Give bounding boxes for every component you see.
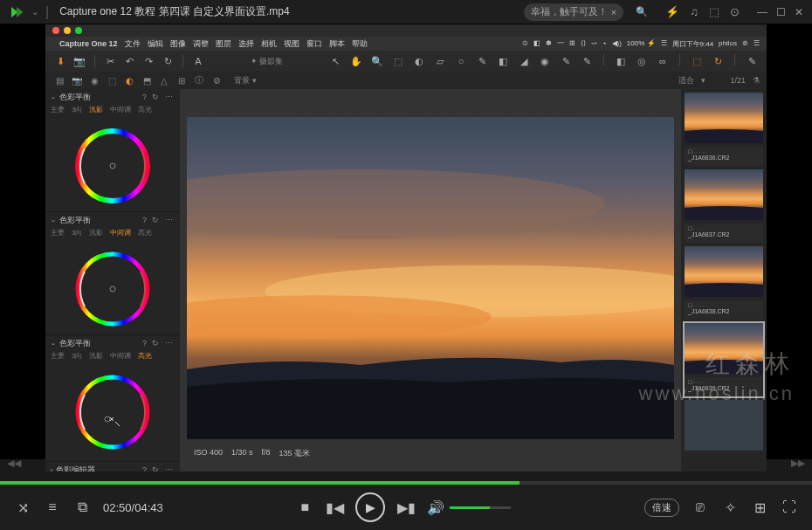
- export-icon[interactable]: ⬚: [689, 53, 705, 69]
- focus-icon[interactable]: ◎: [634, 53, 650, 69]
- hand-icon[interactable]: ✋: [348, 53, 364, 69]
- exposure-icon[interactable]: ◧: [613, 53, 629, 69]
- prev-icon[interactable]: ▮◀: [326, 499, 343, 516]
- sub-tab[interactable]: 3向: [72, 228, 82, 240]
- menu-item[interactable]: 帮助: [352, 38, 368, 50]
- dropdown-icon[interactable]: ⌄: [31, 7, 38, 17]
- redo-icon[interactable]: ↷: [141, 53, 156, 69]
- box-icon[interactable]: ⬚: [709, 5, 719, 18]
- menu-item[interactable]: 脚本: [329, 38, 345, 50]
- status-icon[interactable]: ☰: [754, 39, 760, 49]
- stop-icon[interactable]: ■: [296, 499, 313, 515]
- capture-tab-icon[interactable]: 📷: [70, 73, 84, 87]
- wb-icon[interactable]: ✎: [579, 53, 595, 69]
- volume-icon[interactable]: ◀)): [612, 39, 622, 49]
- user[interactable]: philos: [719, 39, 737, 49]
- sub-tab[interactable]: 高光: [138, 228, 152, 240]
- thumbnail[interactable]: ☐ · · · · ·_J1A6837.CR2: [685, 169, 763, 243]
- wifi-icon[interactable]: ⤻: [591, 39, 597, 49]
- maximize-icon[interactable]: ☐: [776, 6, 786, 18]
- sub-tab[interactable]: 3向: [72, 351, 82, 363]
- sub-tab[interactable]: 中间调: [110, 105, 131, 117]
- color-tab-icon[interactable]: ◐: [122, 73, 136, 87]
- sub-tab[interactable]: 中间调: [110, 228, 131, 240]
- sub-tab[interactable]: 主要: [51, 228, 65, 240]
- shuffle-icon[interactable]: ⤨: [14, 499, 31, 516]
- exposure-tab-icon[interactable]: ⬒: [140, 73, 154, 87]
- traffic-close[interactable]: [52, 27, 59, 34]
- status-icon[interactable]: ⊙: [522, 39, 528, 49]
- panel-tools[interactable]: ? ↻ ⋯: [142, 465, 175, 471]
- edit-icon[interactable]: ✎: [744, 53, 760, 69]
- playlist-icon[interactable]: ≡: [44, 499, 61, 515]
- battery-icon[interactable]: 100% ⚡: [627, 39, 656, 49]
- sub-tab[interactable]: 浅影: [89, 228, 103, 240]
- next-icon[interactable]: ▶▮: [397, 499, 415, 516]
- volume-icon[interactable]: 🔊: [427, 499, 444, 516]
- library-tab-icon[interactable]: ▤: [52, 73, 66, 87]
- output-tab-icon[interactable]: ⚙: [210, 73, 224, 87]
- lens-tab-icon[interactable]: ◉: [87, 73, 101, 87]
- thumbnail[interactable]: ☐ · · · · ·_J1A6838.CR2: [685, 246, 763, 320]
- picker-icon[interactable]: ✎: [558, 53, 574, 69]
- clock[interactable]: 周日下午9:44: [672, 39, 714, 49]
- fit-dropdown-icon[interactable]: ▾: [701, 76, 705, 85]
- sub-tab[interactable]: 浅影: [89, 351, 103, 363]
- menu-item[interactable]: 文件: [125, 38, 141, 50]
- headphones-icon[interactable]: ♫: [690, 5, 698, 18]
- spot-icon[interactable]: ○: [453, 53, 469, 69]
- link-icon[interactable]: ∞: [655, 53, 671, 69]
- sub-tab[interactable]: 浅影: [89, 105, 103, 117]
- sub-tab[interactable]: 主要: [51, 351, 65, 363]
- seek-back-icon[interactable]: ◀◀: [7, 458, 21, 469]
- panel-tools[interactable]: ? ↻ ⋯: [142, 216, 175, 224]
- bt-icon[interactable]: ⋆: [602, 39, 607, 49]
- menu-item[interactable]: 编辑: [148, 38, 163, 50]
- scissors-icon[interactable]: ✂: [102, 53, 118, 69]
- status-icon[interactable]: ⟨⟩: [581, 39, 586, 49]
- panel-tools[interactable]: ? ↻ ⋯: [142, 93, 175, 101]
- undo-icon[interactable]: ↶: [121, 53, 137, 69]
- status-icon[interactable]: ⊚: [742, 39, 748, 49]
- search-box[interactable]: 幸福，触手可及！ ×: [524, 3, 623, 21]
- sub-tab[interactable]: 主要: [51, 105, 65, 117]
- status-icon[interactable]: ◧: [533, 39, 540, 49]
- settings-icon[interactable]: ⊞: [751, 499, 768, 516]
- crop-tab-icon[interactable]: ⬚: [105, 73, 119, 87]
- zoom-icon[interactable]: 🔍: [369, 53, 385, 69]
- collapse-icon[interactable]: ⌄: [51, 340, 56, 347]
- pip-icon[interactable]: ⧉: [73, 499, 91, 515]
- thumbnail[interactable]: ☐ · · · · ·_J1A6836.CR2: [685, 93, 763, 166]
- fit-label[interactable]: 适合: [678, 75, 694, 86]
- crop-icon[interactable]: ⬚: [390, 53, 406, 69]
- adjust-tab-icon[interactable]: ⊞: [175, 73, 189, 87]
- thumbnail[interactable]: [685, 400, 763, 454]
- gradient-icon[interactable]: ◢: [516, 53, 532, 69]
- menu-icon[interactable]: ☰: [661, 39, 667, 49]
- eraser-icon[interactable]: ◧: [495, 53, 511, 69]
- filter-icon[interactable]: ⚗: [753, 76, 760, 85]
- menu-item[interactable]: 调整: [193, 38, 209, 50]
- radial-icon[interactable]: ◉: [537, 53, 553, 69]
- reset-icon[interactable]: ↻: [160, 53, 175, 69]
- panel-tools[interactable]: ? ↻ ⋯: [142, 339, 175, 348]
- details-tab-icon[interactable]: △: [157, 73, 171, 87]
- menu-item[interactable]: 窗口: [306, 38, 322, 50]
- collapse-icon[interactable]: ›: [51, 467, 52, 472]
- camera-icon[interactable]: 📷: [72, 53, 87, 69]
- color-wheel[interactable]: [69, 368, 156, 456]
- import-icon[interactable]: ⬇: [52, 53, 68, 69]
- brush-icon[interactable]: ✎: [474, 53, 490, 69]
- keystone-icon[interactable]: ▱: [432, 53, 448, 69]
- collapse-icon[interactable]: ⌄: [51, 93, 56, 100]
- menu-item[interactable]: 选择: [238, 38, 254, 50]
- status-icon[interactable]: ✽: [546, 39, 552, 49]
- app-menu[interactable]: Capture One 12: [59, 39, 118, 48]
- layer-dropdown[interactable]: 背景 ▾: [234, 75, 257, 86]
- search-icon[interactable]: 🔍: [636, 6, 648, 17]
- menu-item[interactable]: 图像: [170, 38, 186, 50]
- process-icon[interactable]: ↻: [710, 53, 726, 69]
- effects-icon[interactable]: ✧: [721, 499, 739, 516]
- sub-tab[interactable]: 高光: [138, 105, 152, 117]
- close-icon[interactable]: ×: [611, 7, 616, 17]
